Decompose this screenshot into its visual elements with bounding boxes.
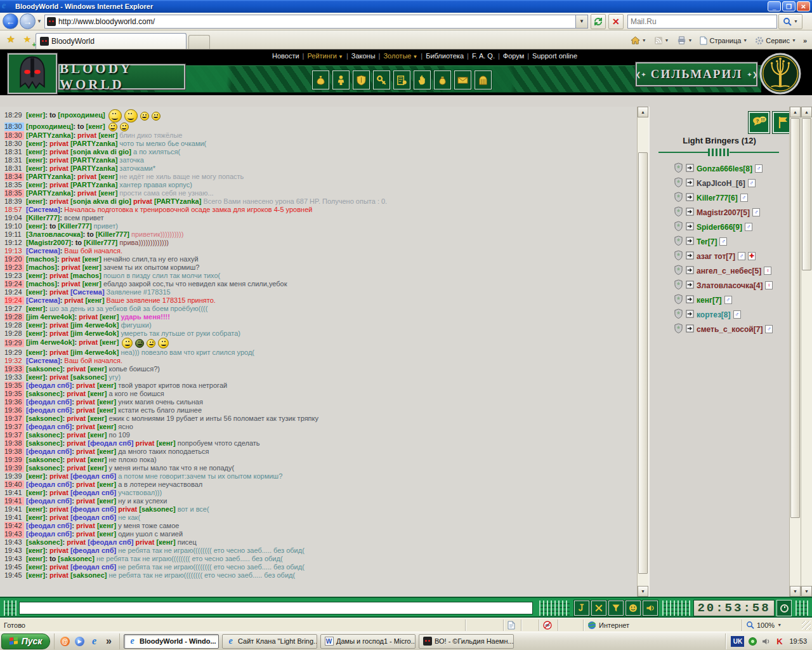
member-enter-icon[interactable] — [686, 178, 694, 189]
chat-player-name[interactable]: [кенг] — [26, 164, 45, 172]
chat-player-name[interactable]: [кенг] — [85, 296, 104, 304]
chat-player-name[interactable]: [кенг] — [26, 222, 45, 230]
task-button-2[interactable]: eСайт Клана "Light Bring... — [222, 634, 317, 649]
chat-player-name[interactable]: [кенг] — [26, 305, 45, 312]
member-enter-icon[interactable] — [686, 208, 694, 218]
member-name[interactable]: Ter[7] — [697, 237, 717, 246]
address-dropdown-button[interactable]: ▼ — [576, 15, 588, 29]
chat-player-name[interactable]: [PARTYzanka] — [26, 173, 73, 180]
chat-player-name[interactable]: [кенг] — [88, 431, 107, 439]
member-name[interactable]: азаг тот[7] — [697, 252, 735, 261]
feeds-button[interactable]: ▼ — [651, 35, 672, 46]
member-name[interactable]: Spider666[9] — [697, 223, 742, 232]
clan-chat-help-button[interactable]: ?!!! — [749, 112, 769, 133]
tab-bloodyworld[interactable]: BloodyWorld — [36, 33, 187, 49]
member-name[interactable]: кенг[7] — [697, 296, 722, 305]
window-scroll-thumb[interactable] — [802, 118, 811, 270]
chat-player-name[interactable]: [machos] — [26, 255, 57, 263]
chat-player-name[interactable]: [PARTYzanka] — [154, 197, 201, 205]
task-button-1[interactable]: eBloodyWorld - Windo... — [124, 634, 219, 649]
warrior-icon[interactable] — [332, 70, 350, 90]
refresh-button[interactable] — [591, 14, 606, 29]
member-gender-icon[interactable]: ♂ — [719, 237, 727, 246]
mail-agent-icon[interactable]: @ — [60, 636, 70, 647]
search-input[interactable] — [631, 17, 774, 26]
chat-player-name[interactable]: [Killer777] — [84, 239, 117, 246]
member-enter-icon[interactable] — [686, 266, 694, 276]
stop-button[interactable]: ✕ — [608, 14, 624, 29]
chat-player-name[interactable]: [феодал спб] — [26, 448, 72, 455]
window-scroll-down-icon[interactable]: ▼ — [801, 586, 812, 597]
nav-item-6[interactable]: F. A. Q. — [469, 52, 498, 60]
clock-button[interactable] — [776, 600, 792, 616]
zoom-control[interactable]: 100% ▼ — [742, 620, 802, 631]
member-name[interactable]: ангел_с_небес[5] — [697, 267, 761, 275]
chat-player-name[interactable]: [кенг] — [26, 148, 45, 156]
member-enter-icon[interactable] — [686, 251, 694, 262]
chat-player-name[interactable]: [кенг] — [26, 571, 45, 579]
back-button[interactable]: ← — [3, 13, 18, 29]
chat-player-name[interactable]: [кенг] — [97, 381, 116, 389]
add-favorite-button[interactable]: ★ — [20, 32, 35, 47]
chat-player-name[interactable]: [кенг] — [88, 456, 107, 463]
chat-player-name[interactable]: [saksonec] — [26, 431, 62, 439]
chat-player-name[interactable]: [PARTYzanka] — [26, 189, 73, 197]
chat-player-name[interactable]: [кенг] — [26, 329, 45, 337]
chat-player-name[interactable]: [Magistr2007] — [26, 239, 71, 246]
sidebar-scroll-down-icon[interactable]: ▼ — [790, 586, 801, 597]
chat-player-name[interactable]: [кенг] — [26, 555, 45, 562]
chat-player-name[interactable]: [Система] — [70, 288, 105, 296]
chat-player-name[interactable]: [кенг] — [97, 406, 116, 414]
member-gender-icon[interactable]: ♂ — [745, 223, 752, 231]
task-button-4[interactable]: ВО! - ©Гильдия Наемн... — [419, 634, 514, 649]
chat-player-name[interactable]: [saksonec] — [26, 365, 62, 373]
chat-player-name[interactable]: [Златовласочка] — [26, 230, 83, 238]
chat-player-name[interactable]: [кенг] — [26, 181, 45, 189]
chat-player-name[interactable]: [кенг] — [26, 156, 45, 164]
window-scroll-up-icon[interactable]: ▲ — [801, 107, 812, 117]
chat-player-name[interactable]: [Система] — [26, 296, 60, 304]
chat-player-name[interactable]: [кенг] — [82, 263, 102, 271]
tools-menu[interactable]: Сервис▼ — [752, 35, 799, 46]
chat-player-name[interactable]: [saksonec] — [26, 390, 62, 397]
chat-player-name[interactable]: [Система] — [26, 247, 60, 255]
chat-player-name[interactable]: [кенг] — [98, 189, 117, 197]
chat-player-name[interactable]: [феодал спб] — [26, 406, 72, 414]
tray-green-app-icon[interactable] — [748, 637, 757, 646]
search-dropdown-icon[interactable]: ▼ — [794, 19, 798, 23]
sidebar-scroll-thumb[interactable] — [790, 118, 800, 518]
search-box[interactable] — [627, 15, 777, 29]
chat-player-name[interactable]: [кенг] — [26, 563, 45, 571]
chat-player-name[interactable]: [saksonec] — [58, 555, 94, 562]
chat-player-name[interactable]: [кенг] — [88, 365, 107, 373]
address-bar[interactable] — [44, 15, 576, 29]
hook-icon[interactable] — [574, 600, 589, 616]
chat-player-name[interactable]: [кенг] — [26, 348, 45, 356]
chat-player-name[interactable]: [проходимец] — [58, 111, 107, 119]
chat-player-name[interactable]: [феодал спб] — [70, 563, 116, 571]
member-enter-icon[interactable] — [686, 324, 694, 335]
chat-player-name[interactable]: [кенг] — [157, 538, 176, 546]
chat-player-name[interactable]: [кенг] — [26, 505, 45, 513]
chat-player-name[interactable]: [saksonec] — [70, 373, 107, 381]
pouch-icon[interactable] — [434, 70, 451, 90]
member-gender-icon[interactable]: ♀ — [765, 281, 773, 289]
history-dropdown-icon[interactable]: ▼ — [37, 18, 42, 24]
chat-player-name[interactable]: [феодал спб] — [26, 530, 72, 538]
member-gender-icon[interactable]: ♂ — [765, 325, 773, 333]
chat-player-name[interactable]: [кенг] — [88, 464, 107, 472]
chat-player-name[interactable]: [кенг] — [26, 514, 45, 521]
chat-player-name[interactable]: [феодал спб] — [26, 481, 72, 488]
chat-player-name[interactable]: [Killer777] — [96, 230, 129, 238]
chat-player-name[interactable]: [феодал спб] — [88, 538, 133, 546]
forward-button[interactable]: → — [20, 13, 36, 29]
chat-player-name[interactable]: [феодал спб] — [26, 398, 72, 406]
chat-player-name[interactable]: [феодал спб] — [88, 439, 133, 447]
chat-player-name[interactable]: [jim 4erwe4ok] — [26, 313, 74, 321]
chat-scrollbar[interactable]: ▲ ▼ — [637, 107, 648, 597]
nav-item-4[interactable]: Золотые▼ — [380, 52, 421, 60]
favorites-button[interactable]: ★ — [3, 32, 18, 47]
member-gender-icon[interactable]: ♂ — [724, 296, 732, 304]
chat-player-name[interactable]: [PARTYzanka] — [70, 156, 117, 164]
chat-player-name[interactable]: [феодал спб] — [26, 497, 72, 505]
